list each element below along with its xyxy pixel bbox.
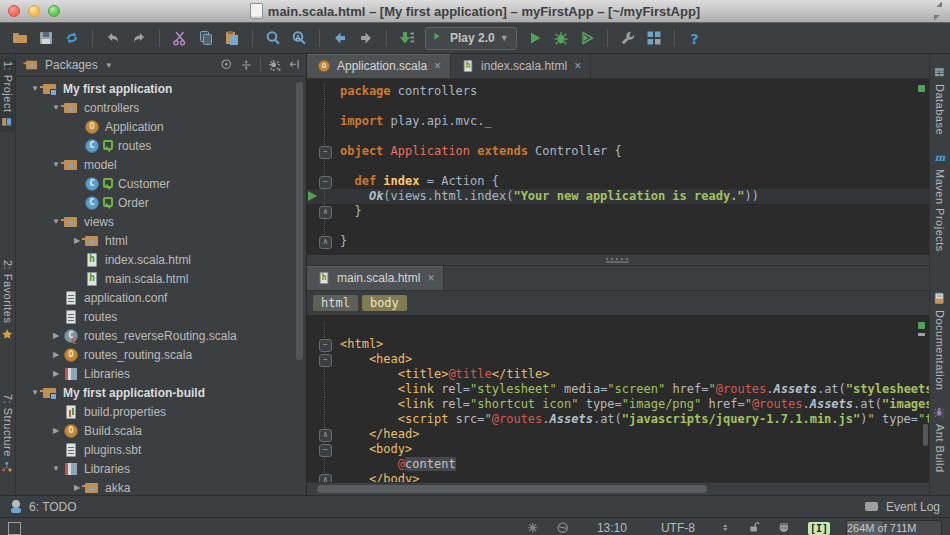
vertical-scrollbar-thumb[interactable] bbox=[923, 424, 928, 446]
fold-collapse-icon[interactable]: − bbox=[319, 339, 332, 352]
find-button[interactable] bbox=[261, 26, 285, 50]
chevron-down-icon[interactable]: ▼ bbox=[28, 388, 42, 397]
tool-button-7-structure[interactable]: 7: Structure bbox=[1, 394, 14, 474]
coverage-button[interactable] bbox=[575, 26, 599, 50]
chevron-down-icon[interactable]: ▼ bbox=[49, 464, 63, 473]
toggle-tool-buttons-icon[interactable] bbox=[8, 522, 21, 535]
open-button[interactable] bbox=[8, 26, 32, 50]
tree-item-build-scala[interactable]: ▶Build.scala bbox=[16, 421, 306, 440]
tree-scrollbar[interactable] bbox=[296, 82, 303, 360]
tree-item-model[interactable]: ▼model bbox=[16, 155, 306, 174]
vim-insert-indicator[interactable]: [I] bbox=[808, 522, 830, 535]
editor-splitter[interactable] bbox=[307, 254, 929, 266]
tree-item-views[interactable]: ▼views bbox=[16, 212, 306, 231]
tree-item-build-properties[interactable]: build.properties bbox=[16, 402, 306, 421]
project-structure-button[interactable] bbox=[642, 26, 666, 50]
memory-indicator[interactable]: 264M of 711M bbox=[846, 520, 942, 535]
view-selector[interactable]: Packages bbox=[45, 58, 98, 72]
copy-button[interactable] bbox=[194, 26, 218, 50]
undo-button[interactable] bbox=[101, 26, 125, 50]
tab-application-scala[interactable]: Application.scala× bbox=[307, 54, 451, 78]
tree-item-my-first-application[interactable]: ▼My first application bbox=[16, 79, 306, 98]
breadcrumb-html[interactable]: html bbox=[313, 295, 358, 311]
chevron-down-icon[interactable]: ▼ bbox=[105, 61, 113, 70]
todo-button[interactable]: 6: TODO bbox=[29, 500, 77, 514]
tree-item-index-scala-html[interactable]: index.scala.html bbox=[16, 250, 306, 269]
hide-panel-icon[interactable] bbox=[288, 58, 302, 72]
breadcrumb-body[interactable]: body bbox=[362, 295, 407, 311]
sync-button[interactable] bbox=[60, 26, 84, 50]
collapse-all-icon[interactable] bbox=[240, 58, 254, 72]
tree-item-customer[interactable]: Customer bbox=[16, 174, 306, 193]
back-button[interactable] bbox=[328, 26, 352, 50]
fold-end-icon[interactable]: ∧ bbox=[319, 429, 332, 442]
settings-gear-icon[interactable] bbox=[267, 58, 282, 73]
fold-collapse-icon[interactable]: − bbox=[319, 176, 332, 189]
tool-button-ant-build[interactable]: Ant Build bbox=[933, 406, 947, 473]
fold-end-icon[interactable]: ∧ bbox=[319, 236, 332, 249]
fold-end-icon[interactable]: ∧ bbox=[319, 474, 332, 482]
chevron-right-icon[interactable]: ▶ bbox=[70, 236, 84, 245]
fullscreen-icon[interactable] bbox=[932, 5, 944, 17]
tree-item-main-scala-html[interactable]: main.scala.html bbox=[16, 269, 306, 288]
chevron-right-icon[interactable]: ▶ bbox=[49, 369, 63, 378]
chevron-down-icon[interactable]: ▼ bbox=[49, 103, 63, 112]
title-bar[interactable]: main.scala.html – [My first application]… bbox=[0, 0, 950, 23]
code-editor-main-scala-html[interactable]: −<html>− <head> <title>@title</title> <l… bbox=[307, 316, 929, 482]
horizontal-scrollbar-thumb[interactable] bbox=[317, 485, 707, 493]
run-configuration-select[interactable]: Play 2.0▼ bbox=[425, 27, 517, 50]
tab-main-scala-html[interactable]: main.scala.html× bbox=[307, 266, 444, 290]
tree-item-routes[interactable]: routes bbox=[16, 307, 306, 326]
chevron-down-icon[interactable]: ▼ bbox=[49, 160, 63, 169]
chevron-right-icon[interactable]: ▶ bbox=[70, 483, 84, 492]
tool-button-maven-projects[interactable]: mMaven Projects bbox=[933, 151, 947, 252]
tree-item-libraries[interactable]: ▶Libraries bbox=[16, 364, 306, 383]
cut-button[interactable] bbox=[168, 26, 192, 50]
code-editor-application-scala[interactable]: package controllersimport play.api.mvc._… bbox=[307, 79, 929, 254]
chevron-down-icon[interactable]: ▼ bbox=[49, 217, 63, 226]
tree-item-application-conf[interactable]: application.conf bbox=[16, 288, 306, 307]
forward-button[interactable] bbox=[354, 26, 378, 50]
chevron-right-icon[interactable]: ▶ bbox=[49, 426, 63, 435]
tab-index-scala-html[interactable]: index.scala.html× bbox=[451, 54, 591, 78]
tree-item-plugins-sbt[interactable]: plugins.sbt bbox=[16, 440, 306, 459]
tree-item-order[interactable]: Order bbox=[16, 193, 306, 212]
tree-item-routes-reverserouting-scala[interactable]: ▶routes_reverseRouting.scala bbox=[16, 326, 306, 345]
debug-button[interactable] bbox=[549, 26, 573, 50]
tree-item-routes[interactable]: routes bbox=[16, 136, 306, 155]
settings-button[interactable] bbox=[616, 26, 640, 50]
run-button[interactable] bbox=[523, 26, 547, 50]
background-tasks-icon[interactable] bbox=[556, 521, 571, 535]
compile-button[interactable] bbox=[395, 26, 419, 50]
tree-item-html[interactable]: ▶html bbox=[16, 231, 306, 250]
run-marker-icon[interactable] bbox=[308, 191, 317, 201]
tree-item-routes-routing-scala[interactable]: ▶routes_routing.scala bbox=[16, 345, 306, 364]
fold-collapse-icon[interactable]: − bbox=[319, 354, 332, 367]
close-icon[interactable]: × bbox=[427, 271, 434, 285]
paste-button[interactable] bbox=[220, 26, 244, 50]
locate-icon[interactable] bbox=[220, 58, 234, 72]
highlighting-level-icon[interactable] bbox=[778, 521, 792, 535]
unlocked-icon[interactable] bbox=[748, 521, 762, 535]
redo-button[interactable] bbox=[127, 26, 151, 50]
replace-button[interactable]: A bbox=[287, 26, 311, 50]
chevron-right-icon[interactable]: ▶ bbox=[49, 331, 63, 340]
help-button[interactable]: ? bbox=[683, 26, 707, 50]
close-icon[interactable]: × bbox=[434, 59, 441, 73]
tree-item-libraries[interactable]: ▼Libraries bbox=[16, 459, 306, 478]
tree-item-controllers[interactable]: ▼controllers bbox=[16, 98, 306, 117]
close-icon[interactable]: × bbox=[574, 59, 581, 73]
tree-item-application[interactable]: Application bbox=[16, 117, 306, 136]
encoding-selector[interactable]: UTF-8 bbox=[661, 521, 695, 535]
chevron-right-icon[interactable]: ▶ bbox=[49, 350, 63, 359]
fold-collapse-icon[interactable]: − bbox=[319, 444, 332, 457]
chevron-down-icon[interactable]: ▼ bbox=[28, 84, 42, 93]
tool-button-database[interactable]: Database bbox=[933, 66, 947, 135]
horizontal-scrollbar[interactable] bbox=[307, 482, 929, 495]
tool-button-1-project[interactable]: 1: Project bbox=[0, 58, 15, 132]
tree-item-akka[interactable]: ▶akka bbox=[16, 478, 306, 495]
save-button[interactable] bbox=[34, 26, 58, 50]
event-log-button[interactable]: Event Log bbox=[886, 500, 940, 514]
fold-collapse-icon[interactable]: − bbox=[319, 146, 332, 159]
tree-item-my-first-application-build[interactable]: ▼My first application-build bbox=[16, 383, 306, 402]
